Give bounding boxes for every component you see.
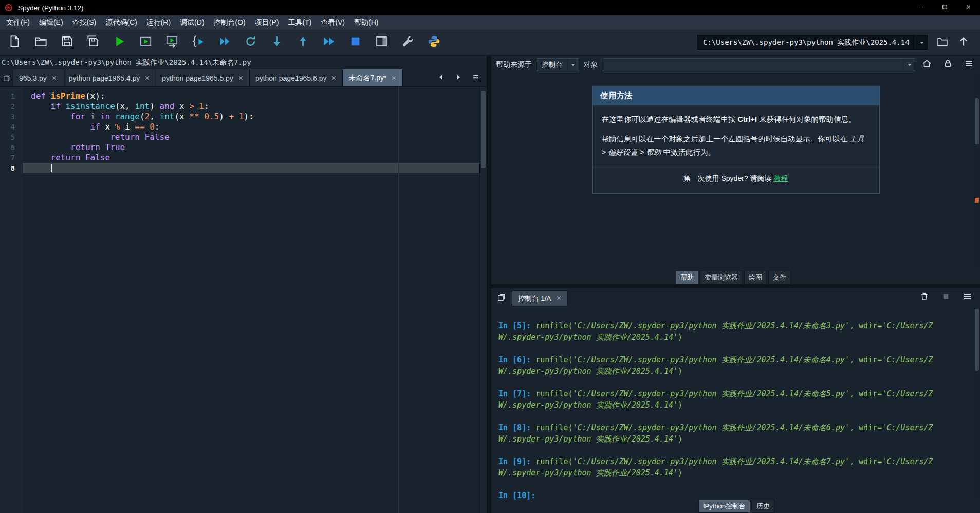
console-text: , wdir= <box>849 321 882 331</box>
console-entry: In [5]: runfile('C:/Users/ZW/.spyder-py3… <box>498 320 940 343</box>
help-source-combo[interactable]: 控制台 <box>537 58 579 71</box>
close-icon[interactable] <box>51 74 57 82</box>
debug-file-button[interactable] <box>215 33 233 52</box>
menu-item[interactable]: 项目(P) <box>250 16 284 29</box>
home-icon <box>922 59 932 70</box>
folder-button[interactable] <box>935 35 950 50</box>
console-scrollbar-thumb[interactable] <box>975 309 979 371</box>
working-directory-combo[interactable]: C:\Users\ZW\.spyder-py3\python 实践作业\2025… <box>697 35 928 50</box>
up-dir-icon <box>958 36 969 49</box>
up-dir-button[interactable] <box>956 35 971 50</box>
tab-menu-button[interactable] <box>469 74 483 83</box>
run-file-button[interactable] <box>110 33 128 52</box>
save-all-button[interactable] <box>84 33 102 52</box>
pane-switch-tab[interactable]: 帮助 <box>676 271 698 284</box>
pane-switch-tab[interactable]: 绘图 <box>744 271 767 284</box>
minimize-button[interactable] <box>909 0 933 15</box>
code-line[interactable]: 2 if isinstance(x, int) and x > 1: <box>0 101 487 112</box>
editor-scrollbar-thumb[interactable] <box>481 91 486 168</box>
run-cell-advance-button[interactable] <box>162 33 181 52</box>
lock-button[interactable] <box>941 58 954 71</box>
editor-tab[interactable]: 未命名7.py* <box>343 69 403 86</box>
pane-switch-tab[interactable]: IPython控制台 <box>698 500 750 513</box>
save-file-button[interactable] <box>58 33 76 52</box>
line-number: 1 <box>0 91 23 101</box>
caret-down-icon[interactable] <box>567 59 579 71</box>
vertical-splitter[interactable] <box>487 56 491 513</box>
menu-item[interactable]: 文件(F) <box>2 16 34 29</box>
code-line[interactable]: 3 for i in range(2, int(x ** 0.5) + 1): <box>0 112 487 122</box>
menu-item[interactable]: 查找(S) <box>68 16 101 29</box>
editor-tab[interactable]: python page1965.4.py <box>63 69 157 86</box>
code-line[interactable]: 6 return True <box>0 142 487 153</box>
run-selection-button[interactable] <box>189 33 207 52</box>
caret-down-icon[interactable] <box>916 35 927 49</box>
stop-button[interactable] <box>346 33 364 52</box>
code-line[interactable]: 4 if x % i == 0: <box>0 122 487 132</box>
console-body[interactable]: In [5]: runfile('C:/Users/ZW/.spyder-py3… <box>491 306 980 500</box>
caret-down-icon[interactable] <box>903 59 915 71</box>
code-editor[interactable]: 1def isPrime(x):2 if isinstance(x, int) … <box>0 87 487 513</box>
editor-tab[interactable]: python page1965.6.py <box>250 69 343 86</box>
code-line[interactable]: 1def isPrime(x): <box>0 91 487 101</box>
menu-item[interactable]: 编辑(E) <box>34 16 68 29</box>
python-env-button[interactable] <box>424 33 443 52</box>
tools-button[interactable] <box>398 33 417 52</box>
menu-item[interactable]: 工具(T) <box>283 16 316 29</box>
pane-switch-tab[interactable]: 变量浏览器 <box>700 271 743 284</box>
console-tab[interactable]: 控制台 1/A <box>512 290 568 306</box>
options-menu-button[interactable] <box>962 58 975 71</box>
help-pane: 帮助来源于 控制台 对象 使用方法 <box>491 56 980 284</box>
editor-tab[interactable]: 965.3.py <box>13 69 63 86</box>
tutorial-link[interactable]: 教程 <box>773 174 788 182</box>
menu-item[interactable]: 控制台(O) <box>209 16 250 29</box>
console-scrollbar[interactable] <box>974 306 980 500</box>
close-icon[interactable] <box>144 74 150 82</box>
code-line[interactable]: 5 return False <box>0 132 487 142</box>
help-object-value[interactable] <box>603 59 904 71</box>
previous-tab-button[interactable] <box>434 74 448 83</box>
next-tab-button[interactable] <box>452 74 465 83</box>
menu-item[interactable]: 调试(D) <box>175 16 209 29</box>
menu-item[interactable]: 帮助(H) <box>349 16 383 29</box>
menu-item[interactable]: 源代码(C) <box>101 16 141 29</box>
options-menu-button[interactable] <box>960 290 974 304</box>
help-scrollbar-thumb[interactable] <box>975 98 979 144</box>
rerun-cell-button[interactable] <box>241 33 260 52</box>
new-file-button[interactable] <box>5 33 24 52</box>
step-return-button[interactable] <box>293 33 312 52</box>
code-line[interactable]: 8 <box>0 163 487 173</box>
home-button[interactable] <box>920 58 933 71</box>
breadcrumb: C:\Users\ZW\.spyder-py3\python 实践作业\2025… <box>0 56 487 69</box>
run-cell-button[interactable] <box>136 33 155 52</box>
browse-tabs-icon[interactable] <box>0 69 13 86</box>
close-icon[interactable] <box>391 74 397 82</box>
editor-tab[interactable]: python page1965.5.py <box>156 69 250 86</box>
console-entry: In [6]: runfile('C:/Users/ZW/.spyder-py3… <box>498 354 940 377</box>
maximize-pane-button[interactable] <box>372 33 391 52</box>
continue-execution-button[interactable] <box>320 33 338 52</box>
help-object-combo[interactable] <box>603 58 916 71</box>
console-text: , wdir= <box>849 423 882 432</box>
code-line[interactable]: 7 return False <box>0 153 487 163</box>
remove-console-button[interactable] <box>917 290 931 304</box>
browse-tabs-icon[interactable] <box>494 288 508 306</box>
run-cell-icon <box>139 35 152 50</box>
pane-switch-tab[interactable]: 历史 <box>752 500 774 513</box>
close-button[interactable] <box>956 0 980 15</box>
pane-switch-tab[interactable]: 文件 <box>768 271 791 284</box>
editor-scrollbar[interactable] <box>479 87 487 513</box>
console-entry: In [8]: runfile('C:/Users/ZW/.spyder-py3… <box>498 422 940 445</box>
close-icon[interactable] <box>331 74 337 82</box>
horizontal-splitter[interactable] <box>491 284 980 288</box>
menu-item[interactable]: 查看(V) <box>316 16 349 29</box>
menu-item[interactable]: 运行(R) <box>142 16 175 29</box>
close-icon[interactable] <box>238 74 244 82</box>
interrupt-kernel-button[interactable] <box>939 290 952 304</box>
close-icon[interactable] <box>556 295 562 302</box>
help-scrollbar[interactable] <box>974 74 980 271</box>
open-file-button[interactable] <box>31 33 50 52</box>
step-over-button[interactable] <box>267 33 286 52</box>
working-directory-value[interactable]: C:\Users\ZW\.spyder-py3\python 实践作业\2025… <box>698 35 916 49</box>
maximize-button[interactable] <box>933 0 956 15</box>
